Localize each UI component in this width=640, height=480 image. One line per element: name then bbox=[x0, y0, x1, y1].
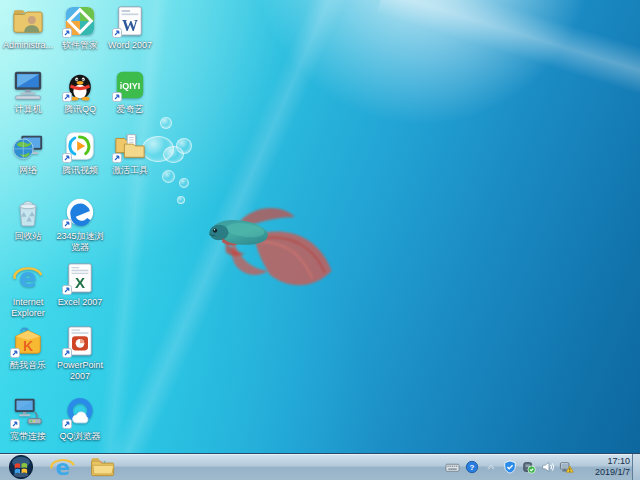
bubble bbox=[177, 196, 185, 204]
tray-antivirus-check-icon[interactable] bbox=[521, 460, 536, 475]
desktop-icon-label: 爱奇艺 bbox=[105, 104, 155, 115]
svg-text:?: ? bbox=[469, 463, 474, 472]
tencent-video-icon bbox=[64, 130, 96, 162]
internet-explorer-icon: e bbox=[12, 262, 44, 294]
taskbar-windows-explorer-button[interactable] bbox=[87, 454, 117, 480]
tray-security-shield-icon[interactable] bbox=[502, 460, 517, 475]
desktop-icon-computer[interactable]: 计算机 bbox=[3, 69, 53, 115]
desktop-icon-internet-explorer[interactable]: eInternet Explorer bbox=[3, 262, 53, 319]
desktop-icon-label: 网络 bbox=[3, 165, 53, 176]
shortcut-arrow-icon bbox=[62, 219, 72, 229]
desktop-icon-tencent-qq[interactable]: 腾讯QQ bbox=[55, 69, 105, 115]
desktop-wallpaper: Administra...软件管家WWord 2007计算机腾讯QQiQIYI爱… bbox=[0, 0, 640, 453]
desktop-icon-label: 回收站 bbox=[3, 231, 53, 242]
desktop-icon-label: 腾讯视频 bbox=[55, 165, 105, 176]
tray-input-method-keyboard-icon[interactable] bbox=[445, 460, 460, 475]
taskbar-internet-explorer-button[interactable]: e bbox=[47, 454, 77, 480]
software-manager-icon bbox=[64, 5, 96, 37]
desktop-icon-label: 激活工具 bbox=[105, 165, 155, 176]
svg-text:iQIYI: iQIYI bbox=[120, 81, 140, 91]
tray-help-bubble-icon[interactable]: ? bbox=[464, 460, 479, 475]
tencent-qq-icon bbox=[64, 69, 96, 101]
kuwo-music-icon: K bbox=[12, 325, 44, 357]
desktop-icon-kuwo-music[interactable]: K酷我音乐 bbox=[3, 325, 53, 371]
tray-volume-icon[interactable] bbox=[540, 460, 555, 475]
svg-text:W: W bbox=[122, 17, 138, 34]
iqiyi-icon: iQIYI bbox=[114, 69, 146, 101]
bubble bbox=[179, 178, 189, 188]
excel-2007-icon: X bbox=[64, 262, 96, 294]
svg-text:K: K bbox=[23, 338, 34, 354]
desktop-icon-iqiyi[interactable]: iQIYI爱奇艺 bbox=[105, 69, 155, 115]
shortcut-arrow-icon bbox=[112, 28, 122, 38]
shortcut-arrow-icon bbox=[62, 419, 72, 429]
tray-network-warning-icon[interactable] bbox=[559, 460, 574, 475]
bubble bbox=[160, 117, 172, 129]
shortcut-arrow-icon bbox=[62, 285, 72, 295]
desktop-icon-label: 2345加速浏览器 bbox=[55, 231, 105, 253]
shortcut-arrow-icon bbox=[62, 28, 72, 38]
desktop-icon-label: Excel 2007 bbox=[55, 297, 105, 308]
taskbar-clock[interactable]: 17:10 2019/1/7 bbox=[578, 454, 630, 480]
svg-text:e: e bbox=[55, 454, 70, 479]
shortcut-arrow-icon bbox=[112, 153, 122, 163]
desktop-icon-recycle-bin[interactable]: 回收站 bbox=[3, 196, 53, 242]
tray-show-hidden-icons-icon[interactable] bbox=[483, 460, 498, 475]
desktop-icon-tencent-video[interactable]: 腾讯视频 bbox=[55, 130, 105, 176]
svg-text:X: X bbox=[75, 274, 85, 291]
desktop-icon-excel-2007[interactable]: XExcel 2007 bbox=[55, 262, 105, 308]
desktop-icon-network[interactable]: 网络 bbox=[3, 130, 53, 176]
desktop-icon-word-2007[interactable]: WWord 2007 bbox=[105, 5, 155, 51]
desktop-icon-label: Internet Explorer bbox=[3, 297, 53, 319]
bubble bbox=[162, 170, 175, 183]
shortcut-arrow-icon bbox=[62, 153, 72, 163]
shortcut-arrow-icon bbox=[112, 92, 122, 102]
clock-time: 17:10 bbox=[607, 456, 630, 467]
shortcut-arrow-icon bbox=[62, 92, 72, 102]
browser-2345-icon bbox=[64, 196, 96, 228]
recycle-bin-icon bbox=[12, 196, 44, 228]
word-2007-icon: W bbox=[114, 5, 146, 37]
desktop-icon-activation-tools[interactable]: 激活工具 bbox=[105, 130, 155, 176]
shortcut-arrow-icon bbox=[10, 348, 20, 358]
shortcut-arrow-icon bbox=[10, 419, 20, 429]
taskbar: e ? 17:10 2019/1/7 bbox=[0, 453, 640, 480]
broadband-connection-icon bbox=[12, 396, 44, 428]
desktop-icon-label: 软件管家 bbox=[55, 40, 105, 51]
betta-fish-graphic bbox=[196, 192, 342, 296]
desktop-icon-browser-2345[interactable]: 2345加速浏览器 bbox=[55, 196, 105, 253]
desktop-icon-label: QQ浏览器 bbox=[55, 431, 105, 442]
light-ray bbox=[377, 0, 640, 137]
taskbar-pinned-apps: e bbox=[47, 454, 117, 480]
bubble bbox=[163, 146, 184, 163]
desktop-icon-qq-browser[interactable]: QQ浏览器 bbox=[55, 396, 105, 442]
desktop-icon-broadband-connection[interactable]: 宽带连接 bbox=[3, 396, 53, 442]
desktop-icon-powerpoint-2007[interactable]: PowerPoint 2007 bbox=[55, 325, 105, 382]
network-icon bbox=[12, 130, 44, 162]
activation-tools-icon bbox=[114, 130, 146, 162]
desktop-icon-administrator-folder[interactable]: Administra... bbox=[3, 5, 53, 51]
desktop-icon-label: 腾讯QQ bbox=[55, 104, 105, 115]
qq-browser-icon bbox=[64, 396, 96, 428]
desktop-icon-software-manager[interactable]: 软件管家 bbox=[55, 5, 105, 51]
administrator-folder-icon bbox=[12, 5, 44, 37]
computer-icon bbox=[12, 69, 44, 101]
desktop-icon-label: Administra... bbox=[3, 40, 53, 51]
start-button[interactable] bbox=[7, 454, 35, 480]
shortcut-arrow-icon bbox=[62, 348, 72, 358]
desktop-icon-label: PowerPoint 2007 bbox=[55, 360, 105, 382]
powerpoint-2007-icon bbox=[64, 325, 96, 357]
desktop-icon-label: 宽带连接 bbox=[3, 431, 53, 442]
clock-date: 2019/1/7 bbox=[595, 467, 630, 478]
show-desktop-button[interactable] bbox=[632, 454, 640, 480]
desktop-icon-label: 酷我音乐 bbox=[3, 360, 53, 371]
desktop-icon-label: 计算机 bbox=[3, 104, 53, 115]
system-tray: ? bbox=[445, 454, 574, 480]
desktop-icon-label: Word 2007 bbox=[105, 40, 155, 51]
